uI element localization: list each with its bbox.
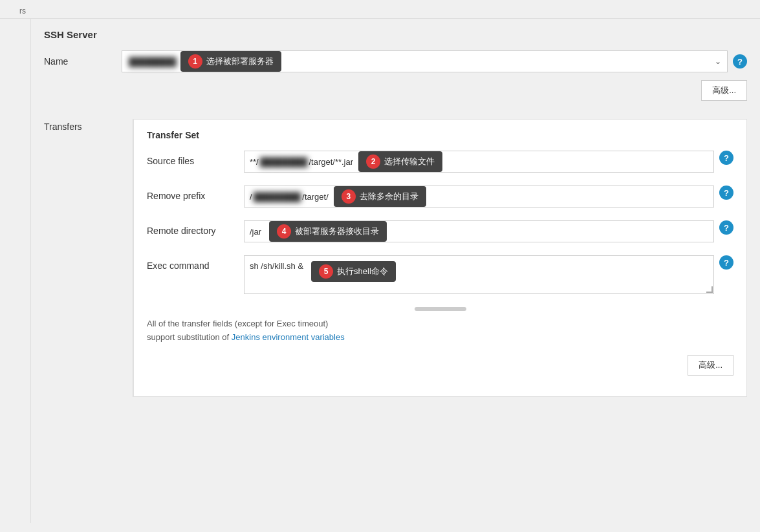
transfers-content: Transfer Set Source files **/ ████████ /… [133, 119, 747, 397]
source-files-row: Source files **/ ████████ /target/**.jar… [147, 151, 733, 173]
name-blurred: ████████ [129, 57, 177, 67]
left-strip [0, 19, 31, 523]
remote-dir-value: /jar [250, 227, 261, 237]
step-badge-3: 3 [342, 189, 356, 204]
transfers-strip [122, 119, 133, 397]
source-blurred: ████████ [260, 157, 308, 167]
exec-help-icon[interactable]: ? [719, 255, 733, 270]
jenkins-env-link[interactable]: Jenkins environment variables [232, 332, 345, 342]
info-text-before-link: support substitution of [147, 332, 232, 342]
source-prefix: **/ [250, 157, 259, 167]
exec-tooltip: 5 执行shell命令 [311, 261, 396, 282]
exec-command-field-area: sh /sh/kill.sh & 5 执行shell命令 [244, 255, 733, 294]
transfer-set-title: Transfer Set [147, 130, 733, 140]
prefix-blurred: ████████ [254, 192, 301, 202]
name-row: Name ████████ 1 选择被部署服务器 ⌄ [44, 50, 747, 72]
name-select-field[interactable]: ████████ 1 选择被部署服务器 [122, 50, 728, 72]
textarea-resize-handle [706, 286, 713, 293]
transfers-section: Transfers Transfer Set Source files **/ … [44, 119, 747, 397]
page-container: rs SSH Server Name ████████ [0, 0, 760, 532]
advanced-button-top[interactable]: 高级... [701, 80, 747, 101]
prefix-tooltip: 3 去除多余的目录 [334, 186, 426, 207]
prefix-slash: / [250, 192, 252, 202]
name-tooltip: 1 选择被部署服务器 [180, 51, 281, 72]
bottom-advanced-row: 高级... [147, 355, 733, 383]
remove-prefix-field-area: / ████████ /target/ 3 去除多余的目录 ? [244, 186, 733, 207]
info-text-line1: All of the transfer fields (except for E… [147, 317, 733, 331]
source-files-field-area: **/ ████████ /target/**.jar 2 选择传输文件 ? [244, 151, 733, 173]
remote-dir-tooltip: 4 被部署服务器接收目录 [269, 221, 387, 242]
ssh-server-section: SSH Server Name ████████ 1 选择被部署服务器 [44, 29, 747, 397]
step-badge-1: 1 [188, 54, 202, 69]
source-tooltip: 2 选择传输文件 [358, 151, 442, 172]
prefix-help-icon[interactable]: ? [719, 186, 733, 200]
source-files-input[interactable]: **/ ████████ /target/**.jar 2 选择传输文件 [244, 151, 714, 173]
ssh-server-title: SSH Server [44, 29, 747, 40]
exec-command-input[interactable]: sh /sh/kill.sh & 5 执行shell命令 [244, 255, 714, 294]
step-badge-4: 4 [277, 224, 291, 239]
top-bar: rs [0, 0, 760, 19]
exec-cmd-value: sh /sh/kill.sh & [250, 261, 303, 271]
remote-dir-help-icon[interactable]: ? [719, 220, 733, 235]
transfers-label: Transfers [44, 119, 122, 397]
remove-prefix-input[interactable]: / ████████ /target/ 3 去除多余的目录 [244, 186, 714, 207]
source-help-icon[interactable]: ? [719, 151, 733, 165]
exec-command-label: Exec command [147, 255, 244, 271]
remote-directory-field-area: /jar 4 被部署服务器接收目录 ? [244, 220, 733, 242]
step-badge-5: 5 [319, 264, 333, 279]
exec-textarea-wrapper: sh /sh/kill.sh & 5 执行shell命令 [244, 255, 714, 294]
remove-prefix-row: Remove prefix / ████████ /target/ 3 去除多余… [147, 186, 733, 207]
name-help-icon[interactable]: ? [733, 54, 747, 69]
info-text: All of the transfer fields (except for E… [147, 317, 733, 345]
remote-directory-row: Remote directory /jar 4 被部署服务器接收目录 ? [147, 220, 733, 242]
advanced-button-bottom[interactable]: 高级... [688, 355, 733, 376]
remote-directory-label: Remote directory [147, 220, 244, 236]
name-tooltip-text: 选择被部署服务器 [206, 56, 274, 67]
source-tooltip-text: 选择传输文件 [384, 156, 435, 167]
prefix-suffix: /target/ [302, 192, 328, 202]
name-control-area: ████████ 1 选择被部署服务器 ⌄ ? [122, 50, 747, 72]
exec-command-row: Exec command sh /sh/kill.sh & 5 执行shell命… [147, 255, 733, 294]
name-label: Name [44, 56, 122, 67]
remote-directory-input[interactable]: /jar 4 被部署服务器接收目录 [244, 220, 714, 242]
exec-tooltip-text: 执行shell命令 [337, 266, 388, 277]
scroll-bar [415, 307, 466, 311]
advanced-btn-row: 高级... [44, 80, 747, 109]
content-area: SSH Server Name ████████ 1 选择被部署服务器 [31, 19, 760, 523]
remote-dir-tooltip-text: 被部署服务器接收目录 [295, 226, 379, 237]
step-badge-2: 2 [366, 154, 380, 169]
scroll-indicator [147, 307, 733, 311]
source-files-label: Source files [147, 151, 244, 166]
source-suffix: /target/**.jar [309, 157, 353, 167]
remove-prefix-label: Remove prefix [147, 186, 244, 201]
main-layout: SSH Server Name ████████ 1 选择被部署服务器 [0, 19, 760, 523]
name-select-wrapper[interactable]: ████████ 1 选择被部署服务器 ⌄ [122, 50, 728, 72]
prefix-tooltip-text: 去除多余的目录 [360, 191, 418, 202]
top-bar-text: rs [0, 6, 26, 16]
info-text-line2: support substitution of Jenkins environm… [147, 331, 733, 345]
